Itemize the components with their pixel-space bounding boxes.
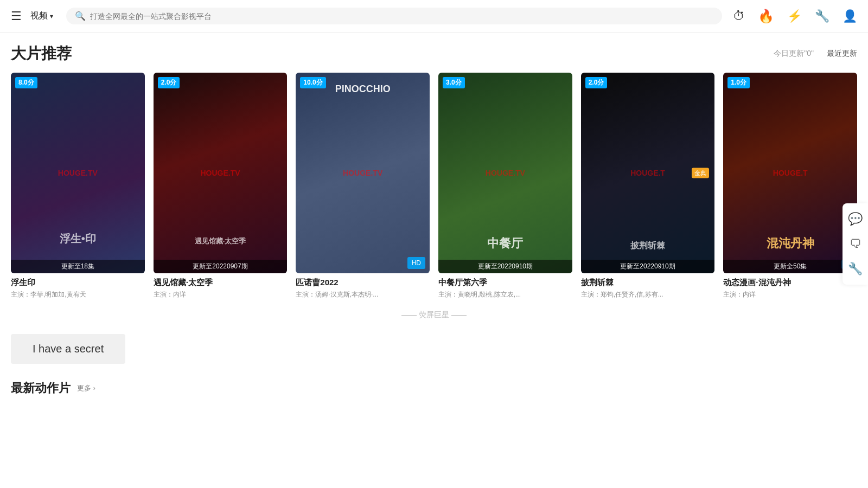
more-label: 更多 — [77, 384, 91, 392]
card-3-poster: 10.0分 HOUGE.TV PINOCCHIO HD — [296, 73, 430, 273]
card-1-update: 更新至18集 — [11, 260, 145, 273]
card-6-cast: 主演：内详 — [723, 290, 857, 299]
card-2-update: 更新至20220907期 — [154, 260, 288, 273]
card-3-title: 匹诺曹2022 — [296, 278, 430, 288]
card-5-cast: 主演：郑钧,任贤齐,信,苏有... — [581, 290, 715, 299]
header: ☰ 视频 ▾ 🔍 ⏱ 🔥 ⚡ 🔧 👤 — [0, 0, 868, 33]
card-2-watermark: HOUGE.TV — [200, 169, 240, 177]
card-6-title: 动态漫画·混沌丹神 — [723, 278, 857, 288]
card-4-poster: 3.0分 HOUGE.TV 中餐厅 更新至20220910期 — [438, 73, 572, 273]
card-3-cast: 主演：汤姆·汉克斯,本杰明·... — [296, 290, 430, 299]
card-6[interactable]: 1.0分 HOUGE.T 混沌丹神 ⊞ 更新全50集 动态漫画·混沌丹神 主演：… — [723, 73, 857, 299]
recent-update[interactable]: 最近更新 — [827, 49, 857, 59]
lightning-icon[interactable]: ⚡ — [787, 9, 802, 23]
featured-title: 大片推荐 — [11, 43, 72, 64]
card-2-score: 2.0分 — [158, 77, 180, 88]
chevron-icon: › — [93, 384, 95, 392]
card-3[interactable]: 10.0分 HOUGE.TV PINOCCHIO HD 匹诺曹2022 主演：汤… — [296, 73, 430, 299]
nav-video[interactable]: 视频 ▾ — [30, 10, 53, 22]
search-bar[interactable]: 🔍 — [66, 8, 722, 24]
card-6-watermark: HOUGE.T — [773, 169, 808, 177]
fire-icon[interactable]: 🔥 — [758, 9, 774, 24]
card-4[interactable]: 3.0分 HOUGE.TV 中餐厅 更新至20220910期 中餐厅第六季 主演… — [438, 73, 572, 299]
card-5-title: 披荆斩棘 — [581, 278, 715, 288]
card-6-poster-text: 混沌丹神 — [723, 235, 857, 252]
secret-button[interactable]: I have a secret — [11, 334, 125, 364]
card-1-cast: 主演：李菲,明加加,黄宥天 — [11, 290, 145, 299]
card-5-watermark: HOUGE.T — [630, 169, 665, 177]
card-2-cast: 主演：内详 — [154, 290, 288, 299]
card-1-score: 8.0分 — [15, 77, 37, 88]
card-6-update: 更新全50集 — [723, 260, 857, 273]
card-3-badge: HD — [407, 257, 425, 269]
featured-cards-row: 8.0分 HOUGE.TV 浮生•印 更新至18集 浮生印 主演：李菲,明加加,… — [11, 73, 857, 299]
card-2-poster-text: 遇见馆藏·太空季 — [154, 236, 288, 246]
card-5[interactable]: 2.0分 HOUGE.T 披荆斩棘 金典 更新至20220910期 披荆斩棘 主… — [581, 73, 715, 299]
today-update: 今日更新"0" — [774, 49, 814, 59]
card-2-title: 遇见馆藏·太空季 — [154, 278, 288, 288]
nav-video-label: 视频 — [30, 10, 48, 22]
comment-icon[interactable]: 🗨 — [850, 237, 861, 251]
card-5-poster: 2.0分 HOUGE.T 披荆斩棘 金典 更新至20220910期 — [581, 73, 715, 273]
wrench-icon[interactable]: 🔧 — [815, 9, 829, 23]
card-4-update: 更新至20220910期 — [438, 260, 572, 273]
card-5-update: 更新至20220910期 — [581, 260, 715, 273]
search-input[interactable] — [90, 12, 713, 21]
settings-icon[interactable]: 🔧 — [848, 262, 863, 276]
main-content: 大片推荐 今日更新"0" 最近更新 8.0分 HOUGE.TV 浮生•印 更新至… — [0, 33, 868, 396]
card-3-watermark: HOUGE.TV — [343, 169, 382, 177]
card-4-cast: 主演：黄晓明,殷桃,陈立农,... — [438, 290, 572, 299]
card-4-score: 3.0分 — [443, 77, 465, 88]
header-icons: ⏱ 🔥 ⚡ 🔧 👤 — [733, 9, 857, 24]
card-5-gold-badge: 金典 — [692, 168, 709, 178]
right-sidebar: 💬 🗨 🔧 — [843, 203, 868, 285]
card-6-poster: 1.0分 HOUGE.T 混沌丹神 ⊞ 更新全50集 — [723, 73, 857, 273]
card-1-watermark: HOUGE.TV — [58, 169, 98, 177]
bottom-section: 最新动作片 更多 › — [11, 380, 857, 396]
card-1-poster: 8.0分 HOUGE.TV 浮生•印 更新至18集 — [11, 73, 145, 273]
featured-section-header: 大片推荐 今日更新"0" 最近更新 — [11, 43, 857, 64]
menu-icon[interactable]: ☰ — [11, 9, 22, 23]
user-icon[interactable]: 👤 — [843, 9, 857, 23]
more-link[interactable]: 更多 › — [77, 383, 95, 393]
search-icon: 🔍 — [75, 11, 86, 21]
section-divider: —— 荧屏巨星 —— — [11, 310, 857, 320]
card-5-poster-text: 披荆斩棘 — [581, 240, 715, 252]
card-1-title: 浮生印 — [11, 278, 145, 288]
nav-video-arrow: ▾ — [50, 12, 53, 20]
card-3-poster-text: PINOCCHIO — [296, 84, 430, 95]
card-2[interactable]: 2.0分 HOUGE.TV 遇见馆藏·太空季 更新至20220907期 遇见馆藏… — [154, 73, 288, 299]
card-6-score: 1.0分 — [727, 77, 750, 88]
bottom-title: 最新动作片 — [11, 380, 71, 396]
card-2-poster: 2.0分 HOUGE.TV 遇见馆藏·太空季 更新至20220907期 — [154, 73, 288, 273]
card-4-watermark: HOUGE.TV — [486, 169, 525, 177]
history-icon[interactable]: ⏱ — [733, 9, 745, 23]
section-meta: 今日更新"0" 最近更新 — [774, 49, 857, 59]
card-1[interactable]: 8.0分 HOUGE.TV 浮生•印 更新至18集 浮生印 主演：李菲,明加加,… — [11, 73, 145, 299]
card-4-title: 中餐厅第六季 — [438, 278, 572, 288]
card-4-poster-text: 中餐厅 — [438, 235, 572, 252]
card-1-poster-text: 浮生•印 — [11, 232, 145, 246]
card-5-score: 2.0分 — [585, 77, 608, 88]
wechat-icon[interactable]: 💬 — [848, 212, 863, 226]
